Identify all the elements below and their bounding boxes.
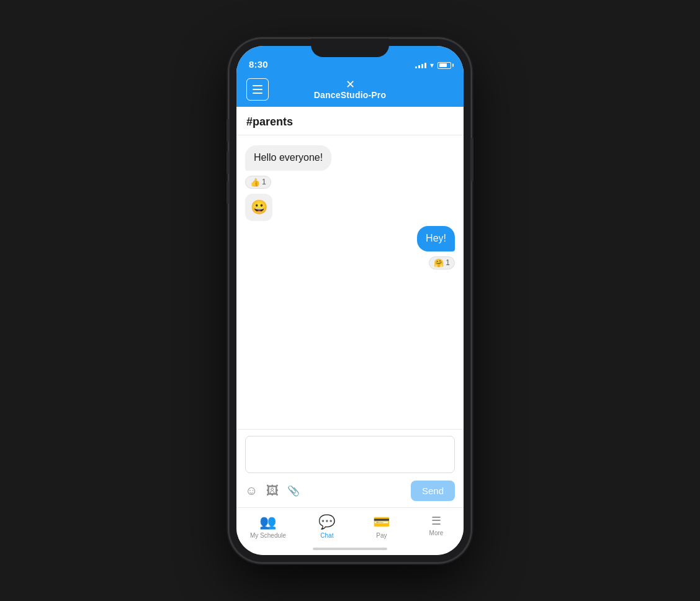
message-input[interactable] bbox=[245, 436, 455, 473]
my-schedule-label: My Schedule bbox=[250, 532, 286, 539]
bottom-nav: 👥 My Schedule 💬 Chat 💳 Pay ☰ More bbox=[236, 507, 464, 543]
nav-item-more[interactable]: ☰ More bbox=[418, 513, 455, 540]
home-bar bbox=[313, 548, 387, 550]
more-label: More bbox=[429, 530, 444, 536]
app-name-label: DanceStudio-Pro bbox=[314, 90, 387, 100]
reaction-count-2: 1 bbox=[446, 258, 450, 267]
hamburger-button[interactable] bbox=[246, 78, 269, 101]
header-center: ✕ DanceStudio-Pro bbox=[269, 79, 431, 100]
signal-icon bbox=[415, 63, 426, 68]
nav-item-pay[interactable]: 💳 Pay bbox=[363, 513, 400, 540]
chat-icon: 💬 bbox=[318, 514, 335, 530]
phone-wrapper: 8:30 ▾ bbox=[229, 38, 471, 563]
file-attach-icon[interactable]: 📎 bbox=[287, 485, 300, 497]
status-time: 8:30 bbox=[249, 59, 268, 70]
reaction-emoji-2: 🤗 bbox=[434, 258, 444, 268]
channel-name: #parents bbox=[246, 115, 293, 128]
input-area: ☺ 🖼 📎 Send bbox=[236, 429, 464, 507]
message-bubble-left-1: Hello everyone! bbox=[245, 145, 331, 171]
image-attach-icon[interactable]: 🖼 bbox=[266, 484, 279, 498]
my-schedule-icon: 👥 bbox=[259, 514, 276, 530]
battery-icon bbox=[437, 62, 451, 69]
pay-label: Pay bbox=[376, 532, 387, 539]
phone-frame: 8:30 ▾ bbox=[229, 38, 471, 563]
pay-icon: 💳 bbox=[373, 514, 390, 530]
emoji-picker-icon[interactable]: ☺ bbox=[245, 484, 258, 498]
nav-item-my-schedule[interactable]: 👥 My Schedule bbox=[245, 513, 291, 540]
home-indicator bbox=[236, 543, 464, 555]
message-group-left-1: Hello everyone! 👍 1 bbox=[245, 145, 455, 189]
input-tools: ☺ 🖼 📎 bbox=[245, 484, 300, 498]
reaction-thumbsup[interactable]: 👍 1 bbox=[245, 176, 271, 189]
status-icons: ▾ bbox=[415, 61, 451, 70]
emoji-content: 😀 bbox=[251, 199, 267, 215]
message-group-right-1: Hey! 🤗 1 bbox=[245, 226, 455, 269]
reaction-count-1: 1 bbox=[262, 178, 266, 186]
message-group-left-2: 😀 bbox=[245, 194, 455, 221]
reaction-emoji-1: 👍 bbox=[250, 178, 260, 187]
app-header: ✕ DanceStudio-Pro bbox=[236, 73, 464, 107]
more-icon: ☰ bbox=[431, 514, 441, 528]
nav-item-chat[interactable]: 💬 Chat bbox=[308, 513, 346, 540]
channel-header: #parents bbox=[236, 107, 464, 135]
phone-screen: 8:30 ▾ bbox=[236, 46, 464, 555]
input-toolbar: ☺ 🖼 📎 Send bbox=[245, 481, 455, 501]
logo-icon: ✕ bbox=[346, 79, 355, 90]
send-button[interactable]: Send bbox=[411, 481, 455, 501]
message-bubble-right-1: Hey! bbox=[417, 226, 455, 251]
wifi-icon: ▾ bbox=[430, 61, 434, 70]
messages-area[interactable]: Hello everyone! 👍 1 😀 Hey! bbox=[236, 135, 464, 429]
chat-label: Chat bbox=[320, 532, 333, 539]
reaction-hugging[interactable]: 🤗 1 bbox=[429, 256, 455, 269]
emoji-bubble: 😀 bbox=[245, 194, 272, 221]
notch bbox=[311, 38, 389, 57]
